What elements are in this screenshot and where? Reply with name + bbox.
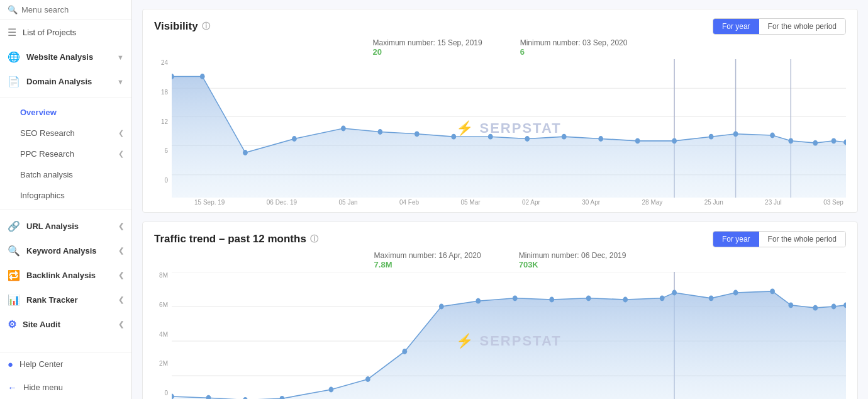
sidebar-item-infographics[interactable]: Infographics xyxy=(0,185,131,206)
traffic-period-buttons: For year For the whole period xyxy=(713,231,846,247)
visibility-for-whole-period-btn[interactable]: For the whole period xyxy=(759,19,845,34)
svg-point-12 xyxy=(377,129,382,135)
visibility-for-year-btn[interactable]: For year xyxy=(713,19,759,34)
svg-point-51 xyxy=(788,302,793,308)
svg-point-41 xyxy=(476,298,481,304)
svg-point-48 xyxy=(709,295,714,301)
svg-point-52 xyxy=(813,305,818,311)
traffic-y-label-8m: 8M xyxy=(154,272,168,279)
chevron-left-icon: ❮ xyxy=(118,296,124,304)
visibility-chart-header: Visibility ⓘ For year For the whole peri… xyxy=(154,18,846,35)
y-label-18: 18 xyxy=(154,89,168,96)
traffic-for-whole-period-btn[interactable]: For the whole period xyxy=(759,232,845,247)
website-icon: 🌐 xyxy=(8,51,20,63)
svg-point-21 xyxy=(709,134,714,140)
svg-point-25 xyxy=(813,140,818,146)
svg-point-18 xyxy=(598,136,603,142)
svg-point-15 xyxy=(488,134,493,140)
sidebar-item-list-of-projects[interactable]: ☰ List of Projects xyxy=(0,20,131,45)
svg-point-46 xyxy=(660,295,665,301)
traffic-y-label-0: 0 xyxy=(154,390,168,396)
svg-point-20 xyxy=(672,138,677,143)
sidebar-item-website-analysis[interactable]: 🌐 Website Analysis ▼ xyxy=(0,45,131,69)
svg-point-50 xyxy=(770,288,775,294)
chevron-left-icon: ❮ xyxy=(118,129,124,137)
y-label-24: 24 xyxy=(154,59,168,66)
svg-point-11 xyxy=(341,126,346,132)
svg-point-36 xyxy=(280,396,285,399)
chevron-left-icon: ❮ xyxy=(118,247,124,255)
traffic-chart-section: Traffic trend – past 12 months ⓘ For yea… xyxy=(142,222,858,399)
chevron-down-icon: ▼ xyxy=(117,53,124,61)
traffic-chart-area: ⚡ SERPSTAT xyxy=(172,272,846,399)
traffic-title: Traffic trend – past 12 months ⓘ xyxy=(154,233,318,245)
sidebar-item-overview[interactable]: Overview xyxy=(0,102,131,123)
sidebar-item-domain-analysis[interactable]: 📄 Domain Analysis ▼ xyxy=(0,69,131,94)
svg-point-47 xyxy=(672,290,677,296)
y-label-12: 12 xyxy=(154,118,168,125)
sidebar-item-backlink-analysis[interactable]: 🔁 Backlink Analysis ❮ xyxy=(0,263,131,288)
visibility-chart-section: Visibility ⓘ For year For the whole peri… xyxy=(142,9,858,213)
svg-point-19 xyxy=(635,138,640,143)
traffic-chart-stats: Maximum number: 16 Apr, 2020 7.8M Minimu… xyxy=(154,251,846,269)
traffic-y-label-2m: 2M xyxy=(154,360,168,367)
chevron-left-icon: ❮ xyxy=(118,320,124,329)
rank-icon: 📊 xyxy=(8,294,20,306)
svg-point-42 xyxy=(513,295,518,301)
info-icon[interactable]: ⓘ xyxy=(202,21,210,32)
svg-point-9 xyxy=(243,150,248,155)
traffic-max-stat: Maximum number: 16 Apr, 2020 7.8M xyxy=(374,251,481,269)
traffic-y-label-4m: 4M xyxy=(154,331,168,338)
domain-icon: 📄 xyxy=(8,76,20,87)
svg-point-53 xyxy=(832,304,837,310)
keyword-icon: 🔍 xyxy=(8,245,20,257)
sidebar-item-batch-analysis[interactable]: Batch analysis xyxy=(0,164,131,185)
visibility-chart-stats: Maximum number: 15 Sep, 2019 20 Minimum … xyxy=(154,38,846,57)
svg-point-24 xyxy=(788,138,793,143)
search-icon: 🔍 xyxy=(8,5,18,14)
sidebar-item-site-audit[interactable]: ⚙ Site Audit ❮ xyxy=(0,312,131,337)
svg-point-26 xyxy=(832,138,837,143)
svg-point-37 xyxy=(328,387,333,393)
svg-point-39 xyxy=(402,349,407,354)
svg-point-23 xyxy=(770,133,775,138)
backlink-icon: 🔁 xyxy=(8,269,20,281)
svg-point-10 xyxy=(292,136,297,142)
sidebar-item-keyword-analysis[interactable]: 🔍 Keyword Analysis ❮ xyxy=(0,239,131,263)
visibility-title: Visibility ⓘ xyxy=(154,20,210,33)
traffic-info-icon[interactable]: ⓘ xyxy=(310,233,318,245)
sidebar-item-help-center[interactable]: ● Help Center xyxy=(0,352,131,376)
y-label-0: 0 xyxy=(154,177,168,184)
svg-point-13 xyxy=(415,131,420,137)
svg-point-44 xyxy=(586,295,591,301)
y-label-6: 6 xyxy=(154,147,168,154)
search-bar[interactable]: 🔍 xyxy=(0,0,131,20)
visibility-period-buttons: For year For the whole period xyxy=(713,18,846,35)
sidebar-bottom: ● Help Center ← Hide menu xyxy=(0,352,131,399)
svg-point-45 xyxy=(623,297,628,303)
traffic-min-stat: Minimum number: 06 Dec, 2019 703K xyxy=(519,251,626,269)
svg-point-38 xyxy=(365,376,370,382)
visibility-x-axis: 15 Sep. 19 06 Dec. 19 05 Jan 04 Feb 05 M… xyxy=(172,198,846,206)
sidebar-item-hide-menu[interactable]: ← Hide menu xyxy=(0,376,131,399)
svg-point-17 xyxy=(562,134,567,140)
svg-point-34 xyxy=(206,395,211,399)
traffic-y-label-6m: 6M xyxy=(154,301,168,308)
search-input[interactable] xyxy=(21,5,124,14)
visibility-chart-area: ⚡ SERPSTAT xyxy=(172,59,846,198)
svg-point-49 xyxy=(733,290,738,296)
svg-point-8 xyxy=(200,74,205,79)
hide-icon: ← xyxy=(8,382,17,393)
sidebar-divider xyxy=(0,98,131,98)
url-icon: 🔗 xyxy=(8,220,20,232)
audit-icon: ⚙ xyxy=(8,318,16,330)
traffic-for-year-btn[interactable]: For year xyxy=(713,232,759,247)
svg-point-22 xyxy=(733,131,738,137)
sidebar-item-ppc-research[interactable]: PPC Research ❮ xyxy=(0,143,131,164)
sidebar-item-seo-research[interactable]: SEO Research ❮ xyxy=(0,123,131,143)
sidebar-item-rank-tracker[interactable]: 📊 Rank Tracker ❮ xyxy=(0,288,131,312)
list-icon: ☰ xyxy=(8,26,16,38)
sidebar-item-url-analysis[interactable]: 🔗 URL Analysis ❮ xyxy=(0,214,131,239)
chevron-left-icon: ❮ xyxy=(118,222,124,230)
sidebar-divider xyxy=(0,210,131,210)
